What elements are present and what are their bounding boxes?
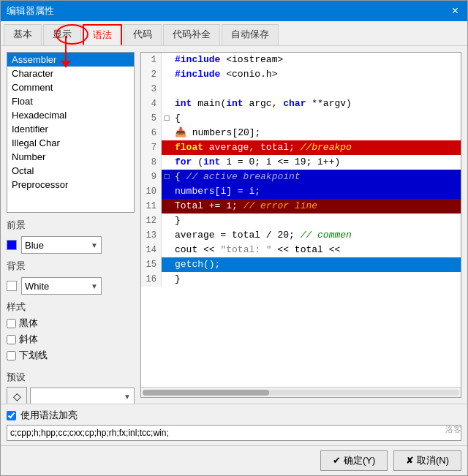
preset-icon[interactable]: ◇	[7, 387, 27, 404]
tab-display[interactable]: 显示	[43, 24, 81, 45]
line-number: 1	[141, 53, 162, 67]
table-row: 3	[141, 82, 461, 97]
line-number: 7	[141, 140, 162, 155]
line-marker: □	[162, 111, 172, 126]
left-panel: AssemblerCharacterCommentFloatHexadecima…	[7, 52, 135, 398]
list-item[interactable]: Character	[7, 67, 134, 80]
list-item[interactable]: Assembler	[7, 53, 134, 67]
line-content: {	[172, 111, 461, 126]
extensions-input[interactable]	[7, 425, 461, 441]
style-section: 样式 黑体 斜体 下划线	[7, 301, 135, 362]
line-number: 8	[141, 155, 162, 170]
line-content: for (int i = 0; i <= 19; i++)	[172, 155, 461, 170]
button-row: ✔ 确定(Y) ✘ 取消(N) 洛客	[1, 445, 467, 475]
line-number: 13	[141, 228, 162, 243]
underline-checkbox[interactable]	[7, 351, 16, 360]
list-item[interactable]: Illegal Char	[7, 136, 134, 150]
line-content: average = total / 20; // commen	[172, 228, 461, 243]
italic-checkbox[interactable]	[7, 335, 16, 344]
table-row: 13 average = total / 20; // commen	[141, 228, 461, 243]
ok-button[interactable]: ✔ 确定(Y)	[320, 450, 388, 471]
list-item[interactable]: Number	[7, 150, 134, 164]
line-marker	[162, 140, 172, 155]
background-value: White	[25, 281, 49, 292]
background-row: White ▼	[7, 277, 135, 295]
table-row: 2#include <conio.h>	[141, 67, 461, 82]
foreground-label: 前景	[7, 219, 135, 232]
line-content: { // active breakpoint	[172, 170, 461, 184]
table-row: 7 float average, total; //breakpo	[141, 140, 461, 155]
preset-row: ◇ ▼	[7, 387, 135, 404]
list-item[interactable]: Identifier	[7, 122, 134, 136]
bold-checkbox[interactable]	[7, 319, 16, 328]
syntax-list[interactable]: AssemblerCharacterCommentFloatHexadecima…	[7, 52, 135, 213]
line-content	[172, 82, 461, 97]
use-highlight-checkbox[interactable]	[7, 411, 16, 420]
tab-autosave[interactable]: 自动保存	[222, 24, 279, 45]
preset-label: 预设	[7, 371, 135, 384]
table-row: 12 }	[141, 214, 461, 228]
table-row: 10 numbers[i] = i;	[141, 184, 461, 199]
line-marker	[162, 53, 172, 67]
table-row: 9□ { // active breakpoint	[141, 170, 461, 184]
line-content: numbers[i] = i;	[172, 184, 461, 199]
line-marker	[162, 82, 172, 97]
list-item[interactable]: Comment	[7, 80, 134, 94]
line-content: #include <iostream>	[172, 53, 461, 67]
line-content: #include <conio.h>	[172, 67, 461, 82]
line-content: }	[172, 214, 461, 228]
italic-label: 斜体	[19, 333, 38, 346]
style-label: 样式	[7, 301, 135, 314]
close-button[interactable]: ×	[449, 4, 461, 18]
tab-bar: 基本 显示 语法 代码 代码补全 自动保存	[1, 21, 467, 46]
main-content: AssemblerCharacterCommentFloatHexadecima…	[1, 46, 467, 404]
tab-syntax[interactable]: 语法	[83, 24, 122, 45]
extensions-row	[7, 425, 461, 441]
table-row: 14 cout << "total: " << total <<	[141, 243, 461, 257]
code-area[interactable]: 1#include <iostream>2#include <conio.h>3…	[141, 53, 461, 387]
line-marker	[162, 67, 172, 82]
table-row: 8 for (int i = 0; i <= 19; i++)	[141, 155, 461, 170]
table-row: 16}	[141, 272, 461, 287]
line-marker: □	[162, 170, 172, 184]
bottom-bar: 使用语法加亮	[1, 404, 467, 445]
background-section: 背景 White ▼	[7, 260, 135, 295]
list-item[interactable]: Float	[7, 94, 134, 108]
line-marker	[162, 126, 172, 140]
preset-dropdown[interactable]: ▼	[30, 388, 135, 404]
background-color-box	[7, 281, 17, 291]
cancel-button[interactable]: ✘ 取消(N)	[393, 450, 461, 471]
background-label: 背景	[7, 260, 135, 273]
use-highlight-label: 使用语法加亮	[20, 409, 78, 422]
horizontal-scrollbar[interactable]	[141, 387, 461, 397]
right-panel: 1#include <iostream>2#include <conio.h>3…	[140, 52, 461, 398]
foreground-dropdown[interactable]: Blue ▼	[21, 236, 102, 254]
list-item[interactable]: Preprocessor	[7, 178, 134, 192]
line-content: float average, total; //breakpo	[172, 140, 461, 155]
line-number: 11	[141, 199, 162, 214]
table-row: 11 Total += i; // error line	[141, 199, 461, 214]
list-item[interactable]: Hexadecimal	[7, 108, 134, 122]
line-number: 16	[141, 272, 162, 287]
line-content: getch();	[172, 257, 461, 272]
scrollbar-thumb	[143, 390, 269, 396]
line-marker	[162, 155, 172, 170]
italic-row: 斜体	[7, 333, 135, 346]
tab-autocomplete[interactable]: 代码补全	[163, 24, 220, 45]
tab-code[interactable]: 代码	[124, 24, 162, 45]
tab-basic[interactable]: 基本	[4, 24, 42, 45]
line-number: 15	[141, 257, 162, 272]
list-item[interactable]: Octal	[7, 164, 134, 178]
underline-label: 下划线	[19, 349, 48, 362]
underline-row: 下划线	[7, 349, 135, 362]
table-row: 6 📥 numbers[20];	[141, 126, 461, 140]
line-marker	[162, 228, 172, 243]
table-row: 5□{	[141, 111, 461, 126]
line-number: 12	[141, 214, 162, 228]
background-dropdown[interactable]: White ▼	[21, 277, 102, 295]
line-marker	[162, 272, 172, 287]
preset-arrow-icon: ▼	[124, 393, 131, 401]
window-title: 编辑器属性	[7, 4, 54, 18]
table-row: 4int main(int argc, char **argv)	[141, 97, 461, 111]
foreground-row: Blue ▼	[7, 236, 135, 254]
